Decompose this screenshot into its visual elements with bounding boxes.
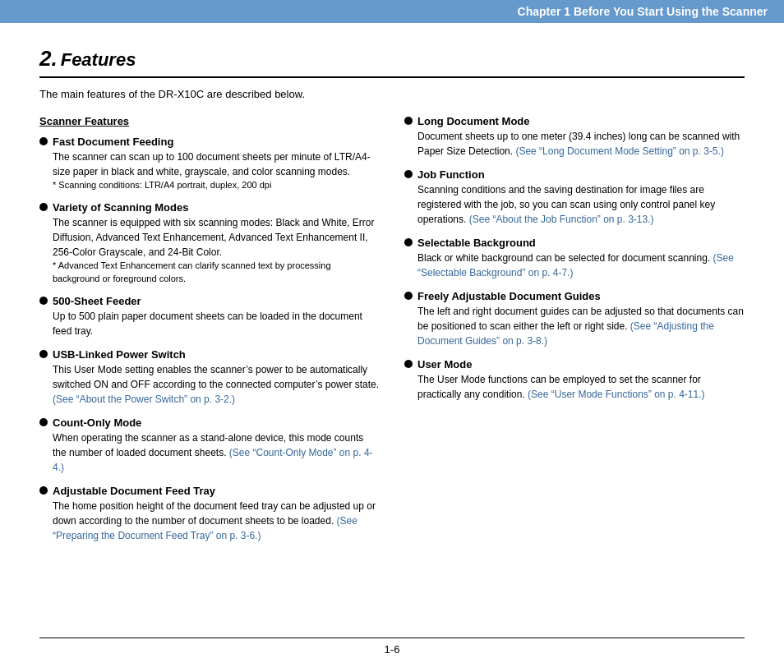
two-column-layout: Scanner Features Fast Document Feeding T… bbox=[39, 115, 745, 553]
bullet-icon bbox=[39, 486, 48, 495]
scanner-features-title: Scanner Features bbox=[39, 115, 380, 127]
bullet-icon bbox=[404, 170, 413, 178]
bullet-icon bbox=[404, 117, 413, 125]
header-text: Chapter 1 Before You Start Using the Sca… bbox=[518, 5, 768, 18]
feature-description: Up to 500 plain paper document sheets ca… bbox=[53, 309, 380, 338]
page-wrapper: Chapter 1 Before You Start Using the Sca… bbox=[0, 0, 784, 672]
feature-description: The scanner can scan up to 100 document … bbox=[53, 150, 380, 179]
feature-title: USB-Linked Power Switch bbox=[53, 348, 186, 361]
bullet-icon bbox=[404, 360, 413, 368]
chapter-number: 2. bbox=[39, 46, 58, 71]
intro-paragraph: The main features of the DR-X10C are des… bbox=[39, 88, 745, 100]
list-item: Variety of Scanning Modes The scanner is… bbox=[39, 201, 380, 285]
feature-heading: Freely Adjustable Document Guides bbox=[404, 290, 745, 302]
feature-description: When operating the scanner as a stand-al… bbox=[53, 430, 380, 475]
bullet-icon bbox=[39, 350, 48, 358]
feature-note: * Advanced Text Enhancement can clarify … bbox=[53, 260, 380, 285]
bullet-icon bbox=[39, 203, 48, 211]
feature-link[interactable]: (See “Long Document Mode Setting” on p. … bbox=[515, 145, 723, 157]
feature-heading: Job Function bbox=[404, 168, 745, 181]
feature-title: Adjustable Document Feed Tray bbox=[53, 485, 215, 497]
feature-heading: Count-Only Mode bbox=[39, 417, 380, 429]
list-item: USB-Linked Power Switch This User Mode s… bbox=[39, 348, 380, 407]
feature-title: Variety of Scanning Modes bbox=[53, 201, 188, 214]
feature-desc-plain: The home position height of the document… bbox=[53, 500, 376, 527]
feature-title: Fast Document Feeding bbox=[53, 136, 173, 148]
chapter-title-text: Features bbox=[61, 49, 136, 70]
list-item: User Mode The User Mode functions can be… bbox=[404, 358, 745, 402]
feature-description: Document sheets up to one meter (39.4 in… bbox=[417, 129, 745, 159]
feature-heading: Selectable Background bbox=[404, 237, 745, 249]
feature-title: Selectable Background bbox=[417, 237, 536, 249]
bullet-icon bbox=[404, 238, 413, 246]
left-column: Scanner Features Fast Document Feeding T… bbox=[39, 115, 380, 553]
chapter-header: Chapter 1 Before You Start Using the Sca… bbox=[0, 0, 784, 23]
list-item: Adjustable Document Feed Tray The home p… bbox=[39, 485, 380, 543]
feature-title: Long Document Mode bbox=[417, 115, 530, 127]
feature-heading: Long Document Mode bbox=[404, 115, 745, 127]
feature-heading: 500-Sheet Feeder bbox=[39, 295, 380, 307]
feature-description: The scanner is equipped with six scannin… bbox=[53, 215, 380, 260]
feature-link[interactable]: (See “About the Power Switch” on p. 3-2.… bbox=[53, 394, 235, 405]
feature-description: Black or white background can be selecte… bbox=[417, 251, 745, 280]
feature-note: * Scanning conditions: LTR/A4 portrait, … bbox=[53, 179, 380, 191]
list-item: Fast Document Feeding The scanner can sc… bbox=[39, 136, 380, 191]
feature-description: This User Mode setting enables the scann… bbox=[53, 362, 380, 407]
feature-title: Job Function bbox=[417, 168, 485, 181]
feature-desc-plain: This User Mode setting enables the scann… bbox=[53, 364, 379, 390]
bullet-icon bbox=[39, 297, 48, 305]
feature-title: 500-Sheet Feeder bbox=[53, 295, 141, 307]
feature-heading: USB-Linked Power Switch bbox=[39, 348, 380, 361]
bullet-icon bbox=[404, 292, 413, 300]
bullet-icon bbox=[39, 418, 48, 426]
list-item: Count-Only Mode When operating the scann… bbox=[39, 417, 380, 475]
feature-heading: Fast Document Feeding bbox=[39, 136, 380, 148]
page-content: 2.Features The main features of the DR-X… bbox=[0, 23, 784, 586]
list-item: Long Document Mode Document sheets up to… bbox=[404, 115, 745, 159]
feature-title: User Mode bbox=[417, 358, 472, 371]
feature-description: The User Mode functions can be employed … bbox=[417, 372, 745, 402]
right-column: Long Document Mode Document sheets up to… bbox=[404, 115, 745, 553]
feature-title: Count-Only Mode bbox=[53, 417, 141, 429]
feature-description: The home position height of the document… bbox=[53, 499, 380, 543]
list-item: Job Function Scanning conditions and the… bbox=[404, 168, 745, 227]
feature-link[interactable]: (See “User Mode Functions” on p. 4-11.) bbox=[528, 389, 704, 400]
feature-title: Freely Adjustable Document Guides bbox=[417, 290, 601, 302]
list-item: Selectable Background Black or white bac… bbox=[404, 237, 745, 280]
feature-description: Scanning conditions and the saving desti… bbox=[417, 182, 745, 227]
feature-description: The left and right document guides can b… bbox=[417, 304, 745, 348]
feature-heading: User Mode bbox=[404, 358, 745, 371]
bullet-icon bbox=[39, 137, 48, 145]
feature-link[interactable]: (See “About the Job Function” on p. 3-13… bbox=[469, 214, 654, 225]
page-number: 1-6 bbox=[385, 643, 400, 656]
list-item: Freely Adjustable Document Guides The le… bbox=[404, 290, 745, 348]
list-item: 500-Sheet Feeder Up to 500 plain paper d… bbox=[39, 295, 380, 338]
page-footer: 1-6 bbox=[39, 637, 745, 656]
chapter-title: 2.Features bbox=[39, 46, 745, 78]
feature-heading: Adjustable Document Feed Tray bbox=[39, 485, 380, 497]
feature-heading: Variety of Scanning Modes bbox=[39, 201, 380, 214]
feature-desc-plain: Black or white background can be selecte… bbox=[417, 252, 713, 264]
